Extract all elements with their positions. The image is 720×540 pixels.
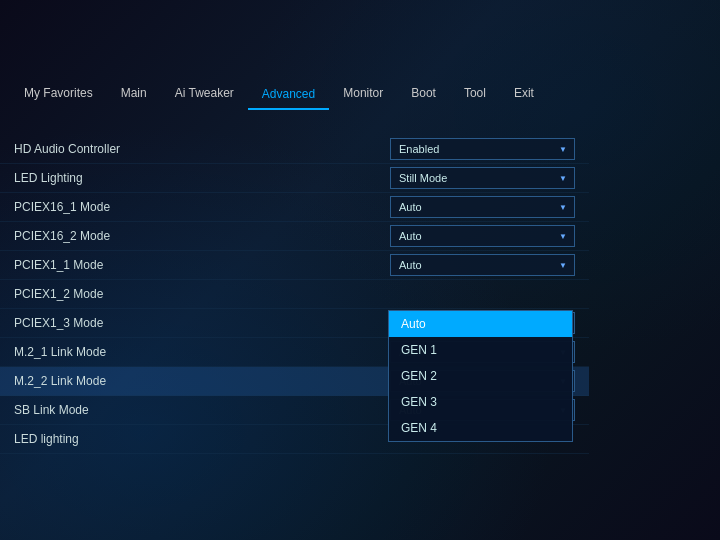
pciex16-1-select[interactable]: Auto: [390, 196, 575, 218]
hd-audio-label: HD Audio Controller: [14, 142, 390, 156]
nav-monitor[interactable]: Monitor: [329, 77, 397, 109]
popup-option-gen3[interactable]: GEN 3: [389, 389, 572, 415]
setting-pciex1-1[interactable]: PCIEX1_1 Mode Auto: [0, 251, 589, 280]
hd-audio-dropdown-wrapper: Enabled Disabled: [390, 138, 575, 160]
pciex16-2-select[interactable]: Auto: [390, 225, 575, 247]
led-lighting-dropdown-wrapper: Still Mode Disabled: [390, 167, 575, 189]
nav-advanced[interactable]: Advanced: [248, 78, 329, 110]
popup-option-gen2[interactable]: GEN 2: [389, 363, 572, 389]
pciex1-1-label: PCIEX1_1 Mode: [14, 258, 390, 272]
led-lighting-select[interactable]: Still Mode Disabled: [390, 167, 575, 189]
popup-option-auto[interactable]: Auto: [389, 311, 572, 337]
nav-tool[interactable]: Tool: [450, 77, 500, 109]
setting-hd-audio[interactable]: HD Audio Controller Enabled Disabled: [0, 135, 589, 164]
sb-link-label: SB Link Mode: [14, 403, 390, 417]
pciex16-1-dropdown-wrapper: Auto: [390, 196, 575, 218]
pciex16-2-label: PCIEX16_2 Mode: [14, 229, 390, 243]
setting-led-lighting[interactable]: LED Lighting Still Mode Disabled: [0, 164, 589, 193]
nav-my-favorites[interactable]: My Favorites: [10, 77, 107, 109]
pciex1-3-label: PCIEX1_3 Mode: [14, 316, 390, 330]
popup-option-gen1[interactable]: GEN 1: [389, 337, 572, 363]
pciex1-1-select[interactable]: Auto: [390, 254, 575, 276]
hd-audio-select[interactable]: Enabled Disabled: [390, 138, 575, 160]
pciex16-1-label: PCIEX16_1 Mode: [14, 200, 390, 214]
pciex16-2-dropdown-wrapper: Auto: [390, 225, 575, 247]
nav-exit[interactable]: Exit: [500, 77, 548, 109]
setting-pciex16-2[interactable]: PCIEX16_2 Mode Auto: [0, 222, 589, 251]
left-panel: ← Advanced\Onboard Devices Configuration…: [0, 110, 590, 490]
popup-option-gen4[interactable]: GEN 4: [389, 415, 572, 441]
main-container: /ASUS UEFI BIOS Utility – Advanced Mode …: [0, 0, 720, 540]
dropdown-popup-pciex1-2[interactable]: Auto GEN 1 GEN 2 GEN 3 GEN 4: [388, 310, 573, 442]
setting-pciex16-1[interactable]: PCIEX16_1 Mode Auto: [0, 193, 589, 222]
m2-2-link-label: M.2_2 Link Mode: [14, 374, 390, 388]
pciex1-1-dropdown-wrapper: Auto: [390, 254, 575, 276]
nav-boot[interactable]: Boot: [397, 77, 450, 109]
nav-ai-tweaker[interactable]: Ai Tweaker: [161, 77, 248, 109]
settings-list: HD Audio Controller Enabled Disabled LED…: [0, 135, 589, 454]
m2-1-link-label: M.2_1 Link Mode: [14, 345, 390, 359]
pciex1-2-label: PCIEX1_2 Mode: [14, 287, 575, 301]
setting-pciex1-2[interactable]: PCIEX1_2 Mode: [0, 280, 589, 309]
nav-main[interactable]: Main: [107, 77, 161, 109]
led-lighting-label: LED Lighting: [14, 171, 390, 185]
